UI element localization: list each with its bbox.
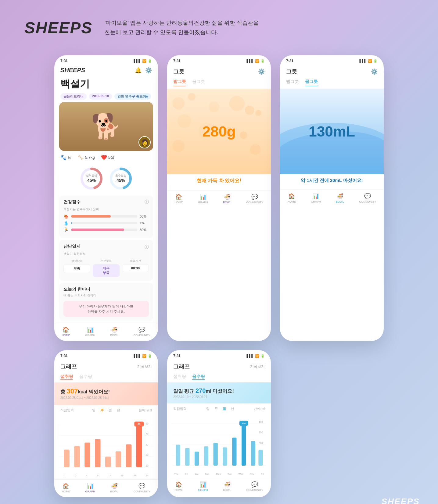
svg-rect-16 <box>84 443 90 467</box>
nav-community-bw[interactable]: 💬 COMMUNITY <box>359 193 376 203</box>
nav-home-bw[interactable]: 🏠 HOME <box>288 193 296 203</box>
settings-icon[interactable]: ⚙️ <box>145 67 152 74</box>
bowl-food-header: 그릇 ⚙️ <box>167 66 271 78</box>
phone-bowl-water: 7:31 ▌▌▌ 🛜 🔋 그릇 ⚙️ 밥그릇 물그릇 130mL 약 1시간 전… <box>280 55 384 341</box>
svg-text:200: 200 <box>259 441 263 445</box>
progress-section: 섭취달성 45% 음수달성 45% <box>54 164 158 193</box>
graph-water-header: 그래프 기록보기 <box>167 360 271 373</box>
daily-condition: 평정상태 부족 <box>63 259 90 277</box>
phones-grid: 7:31 ▌▌▌ 🛜 🔋 SHEEPS 🔔 ⚙️ 백설기 골든리트리버 2016… <box>0 49 438 504</box>
graph-food-summary: 총 307kcal 먹었어요! 2022.09.28 01시 ~ 2022.09… <box>54 382 158 405</box>
breed-tag: 골든리트리버 <box>60 93 87 100</box>
svg-text:300: 300 <box>259 431 263 434</box>
phone-bowl-food: 7:31 ▌▌▌ 🛜 🔋 그릇 ⚙️ 밥그릇 물그릇 <box>167 55 271 341</box>
status-bar-graph-water: 7:31 ▌▌▌ 🛜 🔋 <box>167 350 271 360</box>
quote-section: 오늘의 한마디 뼈 끊는 수의사의 한마디 우리 아이가 몸무게가 많이 나간다… <box>59 283 153 321</box>
graph-tab-water-w[interactable]: 음수량 <box>192 374 205 380</box>
tab-food[interactable]: 밥그릇 <box>173 79 186 86</box>
owner-avatar: 👩 <box>138 136 151 148</box>
header-description: '마이보울' 앱은 사랑하는 반려동물의건강한 삶을 위한 식습관을 한눈에 보… <box>105 18 259 37</box>
health-bar-3: 🏃 80% <box>63 227 149 232</box>
date-tag: 2016.05.10 <box>89 93 112 100</box>
bowl-water-visual: 130mL <box>280 89 384 174</box>
tab-water[interactable]: 물그릇 <box>192 79 205 86</box>
svg-rect-36 <box>195 452 199 466</box>
nav-bowl-gw[interactable]: 🍜 BOWL <box>223 481 231 492</box>
water-progress: 음수달성 45% <box>109 166 133 191</box>
age-stat: ❤️ 5살 <box>101 154 114 160</box>
bowl-water-header: 그릇 ⚙️ <box>280 66 384 78</box>
bar-chart-water: 400 300 200 150 100 314 <box>167 414 271 475</box>
nav-bowl-gf[interactable]: 🍜 BOWL <box>110 483 118 493</box>
header: SHEEPS '마이보울' 앱은 사랑하는 반려동물의건강한 삶을 위한 식습관… <box>0 0 438 49</box>
svg-text:83: 83 <box>138 423 140 426</box>
bowl-water-tabs: 밥그릇 물그릇 <box>280 78 384 89</box>
intake-progress: 섭취달성 45% <box>79 166 104 191</box>
app-logo: SHEEPS <box>24 19 92 37</box>
graph-tab-water[interactable]: 음수량 <box>79 374 92 380</box>
bowl-water-amount: 130mL <box>309 123 355 140</box>
nav-community-gf[interactable]: 💬 COMMUNITY <box>134 483 151 493</box>
bottom-nav-graph-water: 🏠 HOME 📊 GRAPH 🍜 BOWL 💬 COMMUNITY <box>167 478 271 496</box>
nav-bowl[interactable]: 🍜 BOWL <box>110 326 118 337</box>
nav-community-gw[interactable]: 💬 COMMUNITY <box>246 481 264 492</box>
settings-icon-bowl-water[interactable]: ⚙️ <box>371 68 378 75</box>
pet-name: 백설기 <box>54 76 158 92</box>
svg-text:30: 30 <box>145 453 148 457</box>
graph-water-controls: 직접입력 일 주 월 년 단위: ml <box>167 403 271 414</box>
svg-rect-21 <box>136 425 142 467</box>
svg-rect-34 <box>176 445 180 466</box>
svg-rect-38 <box>214 443 218 466</box>
nav-home[interactable]: 🏠 HOME <box>62 326 70 337</box>
daily-row: 평정상태 부족 수분부족 매우 부족 배급시간 08:30 <box>63 259 149 277</box>
bar-chart-food: 90 70 50 30 10 83 <box>54 416 158 477</box>
svg-text:50: 50 <box>145 443 148 446</box>
tab-water-w[interactable]: 물그릇 <box>305 79 318 86</box>
svg-text:400: 400 <box>259 420 263 424</box>
nav-bowl-bw[interactable]: 🍜 BOWL <box>336 193 344 203</box>
graph-food-tabs: 섭취량 음수량 <box>54 373 158 382</box>
daily-section: 냠냠일지 ⓘ 백설기 섭취정보 평정상태 부족 수분부족 매우 부족 배급시간 … <box>59 240 153 281</box>
status-bar-home: 7:31 ▌▌▌ 🛜 🔋 <box>54 55 158 66</box>
health-bar-1: 🍖 60% <box>63 214 149 219</box>
nav-graph-bf[interactable]: 📊 GRAPH <box>198 193 208 204</box>
tab-food-w[interactable]: 밥그릇 <box>286 79 299 86</box>
app-header-home: SHEEPS 🔔 ⚙️ <box>54 66 158 76</box>
bowl-food-amount: 280g <box>202 123 235 140</box>
graph-tab-intake[interactable]: 섭취량 <box>60 374 73 380</box>
status-bar-graph-food: 7:31 ▌▌▌ 🛜 🔋 <box>54 350 158 360</box>
settings-icon-bowl[interactable]: ⚙️ <box>258 68 265 75</box>
nav-community[interactable]: 💬 COMMUNITY <box>134 326 151 337</box>
svg-rect-19 <box>116 451 121 467</box>
header-action-icons[interactable]: 🔔 ⚙️ <box>135 67 152 74</box>
nav-graph-bw[interactable]: 📊 GRAPH <box>311 193 321 203</box>
svg-rect-45 <box>258 450 263 466</box>
bottom-nav-bowl-water: 🏠 HOME 📊 GRAPH 🍜 BOWL 💬 COMMUNITY <box>280 190 384 208</box>
bowl-food-visual: 280g <box>167 89 271 174</box>
bell-icon[interactable]: 🔔 <box>135 67 142 74</box>
graph-water-tabs: 섭취량 음수량 <box>167 373 271 382</box>
nav-graph-gw[interactable]: 📊 GRAPH <box>198 481 208 492</box>
health-bar-2: 💧 1% <box>63 221 149 225</box>
svg-rect-18 <box>105 457 111 467</box>
nav-graph[interactable]: 📊 GRAPH <box>85 326 95 337</box>
svg-text:314: 314 <box>242 422 246 425</box>
svg-text:70: 70 <box>145 432 148 436</box>
weight-stat: 🦴 5.7kg <box>78 154 95 160</box>
nav-graph-gf[interactable]: 📊 GRAPH <box>85 483 95 493</box>
nav-home-gf[interactable]: 🏠 HOME <box>62 483 70 493</box>
graph-tab-intake-w[interactable]: 섭취량 <box>173 374 186 380</box>
status-bar-bowl-food: 7:31 ▌▌▌ 🛜 🔋 <box>167 55 271 66</box>
nav-home-gw[interactable]: 🏠 HOME <box>175 481 183 492</box>
svg-text:10: 10 <box>145 464 148 467</box>
graph-water-summary: 일일 평균 270ml 마셨어요! 2022.09.19 ~ 2022.09.2… <box>167 382 271 403</box>
daily-time: 배급시간 08:30 <box>122 259 149 277</box>
svg-rect-15 <box>74 446 80 467</box>
svg-rect-35 <box>185 448 189 466</box>
bottom-nav-bowl-food: 🏠 HOME 📊 GRAPH 🍜 BOWL 💬 COMMUNITY <box>167 190 271 208</box>
nav-bowl-bf[interactable]: 🍜 BOWL <box>223 193 231 204</box>
nav-community-bf[interactable]: 💬 COMMUNITY <box>246 193 264 204</box>
svg-rect-44 <box>251 441 255 466</box>
nav-home-bf[interactable]: 🏠 HOME <box>175 193 183 204</box>
period-tabs-water: 일 주 월 년 <box>204 406 236 412</box>
